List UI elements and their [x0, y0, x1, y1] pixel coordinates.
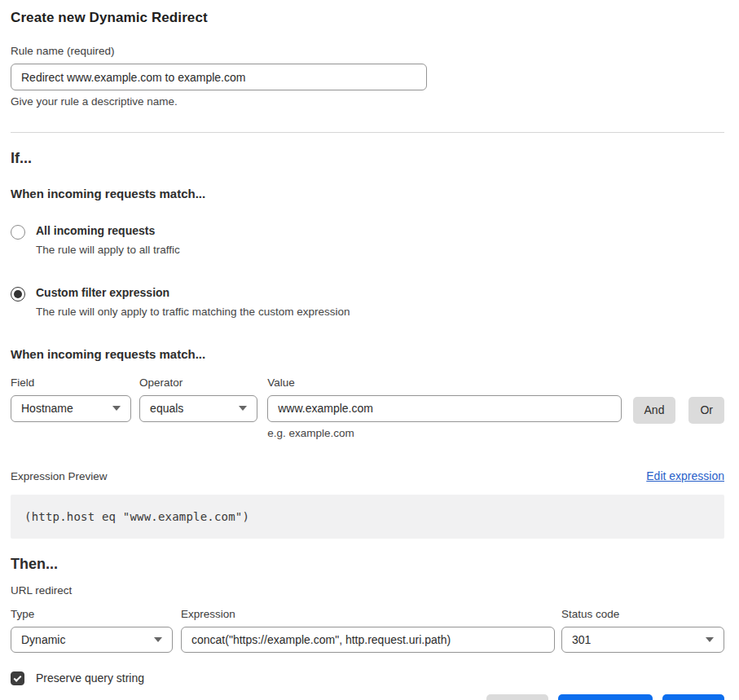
expression-preview-label: Expression Preview: [11, 470, 108, 482]
cancel-button[interactable]: Cancel: [486, 694, 548, 700]
rule-name-section: Rule name (required) Give your rule a de…: [11, 45, 724, 108]
redirect-expression-input[interactable]: [181, 627, 555, 653]
or-button[interactable]: Or: [688, 397, 724, 424]
rule-name-label: Rule name (required): [11, 45, 724, 57]
create-redirect-form: Create new Dynamic Redirect Rule name (r…: [0, 0, 739, 700]
match-mode-heading: When incoming requests match...: [11, 187, 724, 200]
redirect-config-row: Type Dynamic Expression Status code 301: [11, 608, 724, 653]
if-heading: If...: [11, 150, 724, 167]
preserve-query-string-label: Preserve query string: [36, 671, 144, 685]
status-code-select[interactable]: 301: [561, 627, 724, 653]
field-label: Field: [11, 376, 131, 389]
radio-custom-description: The rule will only apply to traffic matc…: [36, 306, 350, 318]
filter-builder-heading: When incoming requests match...: [11, 347, 724, 361]
radio-all-incoming-requests[interactable]: All incoming requests The rule will appl…: [11, 224, 724, 256]
footer-actions: Cancel Save as Draft Deploy: [11, 694, 724, 700]
expression-label: Expression: [181, 608, 555, 620]
edit-expression-link[interactable]: Edit expression: [646, 469, 724, 482]
type-label: Type: [11, 608, 173, 620]
type-select[interactable]: Dynamic: [11, 627, 173, 653]
operator-select-value: equals: [150, 402, 183, 415]
and-button[interactable]: And: [633, 397, 676, 424]
check-icon: [14, 673, 22, 681]
expression-preview-code: (http.host eq "www.example.com"): [24, 510, 249, 523]
radio-all-description: The rule will apply to all traffic: [36, 244, 180, 256]
radio-custom-filter-expression[interactable]: Custom filter expression The rule will o…: [11, 286, 724, 318]
expression-preview-box: (http.host eq "www.example.com"): [11, 495, 724, 539]
value-label: Value: [267, 376, 621, 389]
type-select-value: Dynamic: [21, 633, 65, 646]
value-input[interactable]: [267, 395, 621, 422]
then-heading: Then...: [11, 556, 724, 573]
operator-label: Operator: [139, 376, 257, 389]
page-title: Create new Dynamic Redirect: [11, 10, 724, 26]
radio-all-label: All incoming requests: [36, 224, 180, 238]
chevron-down-icon: [112, 406, 121, 411]
field-select-value: Hostname: [21, 402, 73, 415]
chevron-down-icon: [154, 637, 162, 642]
status-code-label: Status code: [561, 608, 724, 620]
url-redirect-label: URL redirect: [11, 584, 724, 597]
value-help: e.g. example.com: [267, 427, 621, 439]
match-mode-radio-group: All incoming requests The rule will appl…: [11, 224, 724, 318]
chevron-down-icon: [706, 637, 714, 642]
radio-icon[interactable]: [11, 287, 25, 302]
radio-custom-label: Custom filter expression: [36, 286, 350, 300]
filter-builder-row: Field Hostname Operator equals Value e.g…: [11, 376, 724, 439]
expression-preview-header: Expression Preview Edit expression: [11, 469, 724, 482]
radio-icon[interactable]: [11, 225, 25, 240]
preserve-query-string-checkbox[interactable]: Preserve query string: [11, 671, 724, 685]
chevron-down-icon: [239, 406, 247, 411]
operator-select[interactable]: equals: [139, 395, 257, 422]
checkbox-icon[interactable]: [11, 671, 24, 685]
save-as-draft-button[interactable]: Save as Draft: [558, 694, 653, 700]
status-code-select-value: 301: [572, 633, 591, 646]
deploy-button[interactable]: Deploy: [662, 694, 724, 700]
section-divider: [11, 132, 724, 133]
rule-name-help: Give your rule a descriptive name.: [11, 95, 724, 108]
field-select[interactable]: Hostname: [11, 395, 131, 422]
rule-name-input[interactable]: [11, 64, 427, 90]
